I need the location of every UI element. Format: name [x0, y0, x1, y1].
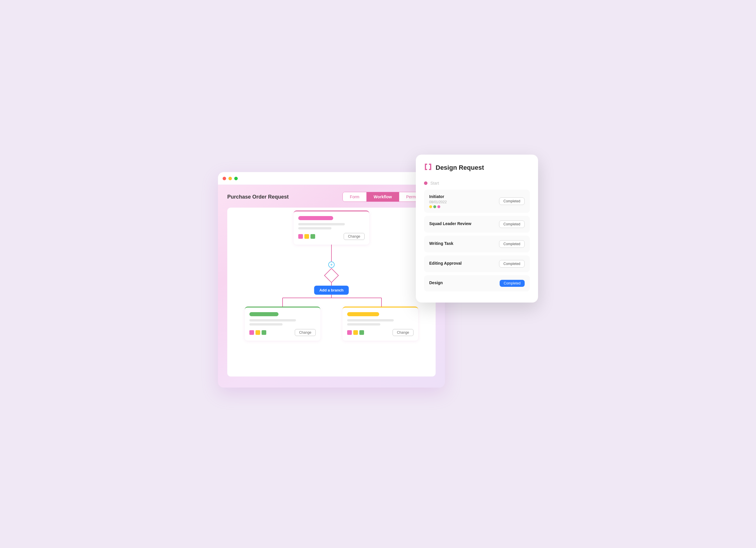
status-badge-squad[interactable]: Completed [499, 220, 525, 228]
step-dots-initiator [429, 205, 447, 208]
dot-green-y [359, 330, 364, 335]
card-footer-yellow: Change [347, 329, 414, 336]
design-panel: Design Request Start Initiator 08/01/202… [416, 155, 538, 303]
step-design: Design Completed [424, 275, 530, 292]
card-dots-green [249, 330, 266, 335]
dot-yellow [304, 234, 309, 239]
frame-icon [424, 163, 432, 171]
step-card-pink: Change [294, 210, 369, 244]
traffic-light-green[interactable] [234, 177, 238, 180]
dot-pink-y [347, 330, 352, 335]
step-info-design: Design [429, 281, 443, 286]
add-step-button[interactable]: + [328, 261, 335, 268]
dot-pink [298, 234, 303, 239]
sd-green-1 [433, 205, 436, 208]
panel-title: Design Request [436, 164, 484, 171]
card-title-green [249, 312, 278, 316]
design-icon [424, 163, 432, 173]
svg-rect-9 [425, 164, 426, 170]
panel-header: Design Request [424, 163, 530, 173]
svg-rect-10 [430, 164, 431, 170]
step-name-editing: Editing Approval [429, 261, 462, 265]
step-name-initiator: Initiator [429, 194, 447, 199]
workflow-canvas: Change + Add a branch [227, 207, 436, 377]
step-info-writing: Writing Task [429, 241, 453, 247]
timeline-start: Start [424, 181, 530, 185]
add-branch-button[interactable]: Add a branch [314, 286, 349, 295]
card-dots-yellow [347, 330, 364, 335]
step-card-green: Change [245, 307, 320, 341]
status-badge-editing[interactable]: Completed [499, 260, 525, 267]
change-button-pink[interactable]: Change [344, 233, 365, 240]
step-editing: Editing Approval Completed [424, 255, 530, 272]
step-squad: Squad Leader Review Completed [424, 216, 530, 233]
tab-workflow[interactable]: Workflow [367, 192, 399, 201]
dot-pink-g [249, 330, 254, 335]
step-name-design: Design [429, 281, 443, 285]
card-line-yellow-1 [347, 319, 394, 322]
browser-window: Purchase Order Request Form Workflow Per… [218, 172, 445, 388]
card-line-green-1 [249, 319, 296, 322]
branch-diamond [324, 268, 339, 283]
card-title-pink [298, 216, 333, 220]
traffic-light-red[interactable] [223, 177, 226, 180]
step-info-initiator: Initiator 08/01/2022 [429, 194, 447, 208]
card-dots-pink [298, 234, 315, 239]
step-date-initiator: 08/01/2022 [429, 200, 447, 204]
card-line-yellow-2 [347, 323, 380, 326]
sd-yellow-1 [429, 205, 432, 208]
dot-yellow-y [353, 330, 358, 335]
scene: Purchase Order Request Form Workflow Per… [218, 155, 538, 393]
card-title-yellow [347, 312, 379, 316]
card-footer-green: Change [249, 329, 316, 336]
step-info-squad: Squad Leader Review [429, 221, 471, 227]
traffic-light-yellow[interactable] [228, 177, 232, 180]
dot-yellow-g [255, 330, 260, 335]
card-line-1 [298, 223, 345, 225]
browser-titlebar [218, 172, 445, 185]
start-label: Start [430, 181, 439, 185]
change-button-green[interactable]: Change [295, 329, 316, 336]
dot-green [310, 234, 315, 239]
dot-green-g [262, 330, 266, 335]
status-badge-design[interactable]: Completed [500, 280, 525, 287]
change-button-yellow[interactable]: Change [393, 329, 414, 336]
step-initiator: Initiator 08/01/2022 Completed [424, 189, 530, 213]
sd-pink-1 [437, 205, 440, 208]
card-footer-pink: Change [298, 233, 365, 240]
step-card-yellow: Change [342, 307, 418, 341]
step-info-editing: Editing Approval [429, 261, 462, 267]
start-circle [424, 181, 427, 185]
card-line-green-2 [249, 323, 283, 326]
page-title: Purchase Order Request [227, 194, 289, 200]
status-badge-writing[interactable]: Completed [499, 240, 525, 248]
status-badge-initiator[interactable]: Completed [499, 197, 525, 205]
step-name-squad: Squad Leader Review [429, 221, 471, 226]
page-header: Purchase Order Request Form Workflow Per… [227, 192, 436, 202]
card-line-2 [298, 227, 331, 229]
step-writing: Writing Task Completed [424, 235, 530, 252]
step-name-writing: Writing Task [429, 241, 453, 246]
tab-form[interactable]: Form [343, 192, 367, 201]
browser-content: Purchase Order Request Form Workflow Per… [218, 185, 445, 388]
